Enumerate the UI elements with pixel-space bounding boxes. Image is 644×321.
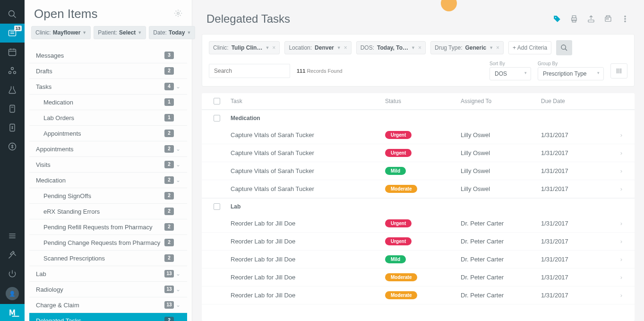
lab-icon[interactable] <box>0 80 25 99</box>
sort-by-select[interactable]: DOS <box>489 67 531 80</box>
search-icon[interactable] <box>0 5 25 24</box>
assigned-to: Lilly Oswel <box>461 185 541 192</box>
sidebar-item[interactable]: Medication 2 ⌄ <box>29 173 187 188</box>
assigned-to: Dr. Peter Carter <box>461 238 541 245</box>
chevron-down-icon: ▼ <box>337 45 341 50</box>
sidebar-item[interactable]: Appointments 2 ⌄ <box>29 141 187 157</box>
criteria-chip[interactable]: Clinic: Tulip Clin…▼× <box>209 41 280 54</box>
modules-icon[interactable] <box>0 61 25 80</box>
select-all-checkbox[interactable] <box>214 98 220 104</box>
sidebar-item[interactable]: Pending Change Requests from Pharmacy 2 <box>29 235 187 251</box>
criteria-chip[interactable]: Location: Denver▼× <box>284 41 351 54</box>
sidebar-item[interactable]: Appointments 2 <box>29 126 187 141</box>
sidebar-item[interactable]: Radiology 13 ⌄ <box>29 282 187 297</box>
table-row[interactable]: Capture Vitals of Sarah Tucker Moderate … <box>202 180 635 198</box>
svg-point-32 <box>561 45 566 49</box>
open-items-icon[interactable]: 13 <box>0 24 25 43</box>
apply-search-button[interactable] <box>556 40 572 55</box>
invoice-icon[interactable] <box>0 118 25 137</box>
table-row[interactable]: Reorder Lab for Jill Doe Moderate Dr. Pe… <box>202 269 635 286</box>
sidebar-item-label: Messages <box>36 52 164 59</box>
criteria-chip[interactable]: Drug Type: Generic▼× <box>430 41 504 54</box>
power-icon[interactable] <box>0 264 25 283</box>
table-row[interactable]: Capture Vitals of Sarah Tucker Urgent Li… <box>202 126 635 144</box>
group-checkbox[interactable] <box>214 115 220 121</box>
records-found: 111 Records Found <box>297 68 483 74</box>
due-date: 1/31/2017 <box>541 292 612 299</box>
search-input[interactable] <box>209 64 290 78</box>
due-date: 1/31/2017 <box>541 274 612 281</box>
clinic-filter[interactable]: Clinic: Mayflower▼ <box>31 26 91 39</box>
app-logo[interactable]: M͟ <box>0 304 25 321</box>
svg-point-30 <box>625 18 626 19</box>
billing-icon[interactable] <box>0 137 25 156</box>
sidebar-item[interactable]: Visits 2 ⌄ <box>29 157 187 173</box>
chevron-right-icon: › <box>612 238 631 245</box>
sidebar-item[interactable]: Messages 3 <box>29 48 187 63</box>
patient-filter[interactable]: Patient: Select▼ <box>94 26 146 39</box>
chevron-down-icon: ▼ <box>265 45 269 50</box>
group-by-wrap: Group By Prescription Type <box>538 61 604 80</box>
sidebar-item-label: Charge & Claim <box>36 302 164 309</box>
chevron-down-icon: ⌄ <box>174 302 182 308</box>
table-row[interactable]: Capture Vitals of Sarah Tucker Mild Lill… <box>202 162 635 180</box>
panel-title: Open Items <box>34 7 174 21</box>
sidebar-item[interactable]: eRX Standing Errors 2 <box>29 204 187 219</box>
sidebar-item-count: 1 <box>164 98 174 106</box>
more-icon[interactable] <box>620 14 630 24</box>
sidebar-item-count: 2 <box>164 145 174 153</box>
add-criteria-button[interactable]: + Add Criteria <box>508 41 551 54</box>
table-row[interactable]: Reorder Lab for Jill Doe Moderate Dr. Pe… <box>202 286 635 304</box>
table-row[interactable]: Reorder Lab for Jill Doe Urgent Dr. Pete… <box>202 233 635 251</box>
table-row[interactable]: Reorder Lab for Jill Doe Urgent Dr. Pete… <box>202 215 635 233</box>
svg-rect-22 <box>572 16 576 18</box>
group-by-select[interactable]: Prescription Type <box>538 67 604 80</box>
due-date: 1/31/2017 <box>541 256 612 263</box>
assigned-to: Lilly Oswel <box>461 167 541 174</box>
sidebar-item[interactable]: Scanned Prescriptions 2 <box>29 251 187 266</box>
chevron-down-icon: ▼ <box>489 45 493 50</box>
sidebar-item[interactable]: Drafts 2 <box>29 63 187 79</box>
date-filter[interactable]: Date: Today▼ <box>149 26 195 39</box>
task-name: Reorder Lab for Jill Doe <box>228 292 385 299</box>
chevron-right-icon: › <box>612 292 631 299</box>
sidebar-item-count: 2 <box>164 161 174 168</box>
avatar[interactable]: 👤 <box>6 287 19 300</box>
document-icon[interactable] <box>0 99 25 118</box>
sidebar-item[interactable]: Lab 13 ⌄ <box>29 266 187 282</box>
print-icon[interactable] <box>569 14 579 24</box>
calendar-icon[interactable] <box>0 43 25 61</box>
table-row[interactable]: Reorder Lab for Jill Doe Mild Dr. Peter … <box>202 251 635 269</box>
sidebar-item-count: 2 <box>164 208 174 215</box>
table-group-header[interactable]: Medication <box>202 110 635 126</box>
table-row[interactable]: Capture Vitals of Sarah Tucker Urgent Li… <box>202 144 635 162</box>
sidebar-item[interactable]: Medication 1 <box>29 95 187 110</box>
close-icon[interactable]: × <box>344 44 347 51</box>
chevron-down-icon: ▼ <box>411 45 415 50</box>
chevron-right-icon: › <box>612 274 631 281</box>
close-icon[interactable]: × <box>272 44 275 51</box>
close-icon[interactable]: × <box>496 44 499 51</box>
sidebar-item-label: Appointments <box>36 146 164 153</box>
close-icon[interactable]: × <box>418 44 421 51</box>
fax-icon[interactable] <box>603 14 613 24</box>
criteria-chip[interactable]: DOS: Today, To…▼× <box>356 41 426 54</box>
task-name: Reorder Lab for Jill Doe <box>228 256 385 263</box>
sidebar-item-label: Scanned Prescriptions <box>43 255 164 262</box>
settings-icon[interactable] <box>0 245 25 264</box>
export-icon[interactable] <box>586 14 596 24</box>
menu-icon[interactable] <box>0 226 25 245</box>
sidebar-item[interactable]: Charge & Claim 13 ⌄ <box>29 297 187 313</box>
sidebar-item[interactable]: Tasks 4 ⌄ <box>29 79 187 95</box>
group-checkbox[interactable] <box>214 203 220 210</box>
tag-icon[interactable] <box>552 14 562 24</box>
sidebar-item[interactable]: Delegated Tasks 2 ⌄ <box>29 313 187 321</box>
sidebar-item[interactable]: Lab Orders 1 <box>29 110 187 126</box>
sidebar-item[interactable]: Pending SignOffs 2 <box>29 188 187 204</box>
columns-toggle[interactable] <box>610 63 627 78</box>
sidebar-item[interactable]: Pending Refill Requests from Pharmacy 2 <box>29 219 187 235</box>
chevron-down-icon: ▼ <box>82 30 86 35</box>
gear-icon[interactable] <box>174 9 182 19</box>
table-group-header[interactable]: Lab <box>202 198 635 215</box>
main-content: Delegated Tasks Clinic: Tulip Clin…▼×Loc… <box>192 0 644 321</box>
